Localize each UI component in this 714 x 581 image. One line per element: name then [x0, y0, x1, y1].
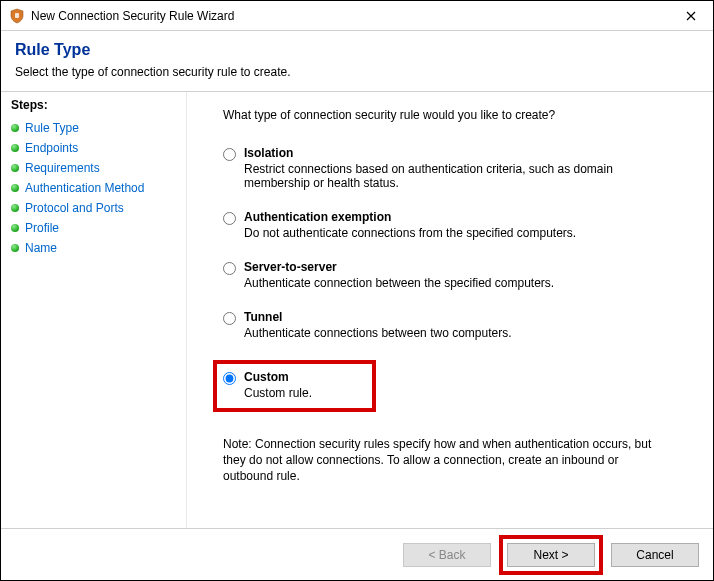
page-title: Rule Type [15, 41, 699, 59]
step-endpoints[interactable]: Endpoints [11, 138, 180, 158]
wizard-window: New Connection Security Rule Wizard Rule… [0, 0, 714, 581]
step-requirements[interactable]: Requirements [11, 158, 180, 178]
option-label: Tunnel [244, 310, 512, 324]
rule-type-options: Isolation Restrict connections based on … [223, 146, 689, 412]
step-label: Profile [25, 221, 59, 235]
page-subtitle: Select the type of connection security r… [15, 65, 699, 79]
step-bullet-icon [11, 244, 19, 252]
option-label: Isolation [244, 146, 664, 160]
option-custom[interactable]: Custom Custom rule. [223, 370, 312, 400]
window-title: New Connection Security Rule Wizard [31, 9, 668, 23]
wizard-footer: < Back Next > Cancel [1, 528, 713, 580]
option-label: Authentication exemption [244, 210, 576, 224]
step-label: Name [25, 241, 57, 255]
option-desc: Do not authenticate connections from the… [244, 226, 576, 240]
close-button[interactable] [668, 1, 713, 30]
svg-rect-0 [15, 13, 19, 18]
step-bullet-icon [11, 204, 19, 212]
option-desc: Authenticate connections between two com… [244, 326, 512, 340]
radio-custom[interactable] [223, 372, 236, 385]
step-label: Authentication Method [25, 181, 144, 195]
step-label: Requirements [25, 161, 100, 175]
radio-server-to-server[interactable] [223, 262, 236, 275]
option-label: Server-to-server [244, 260, 554, 274]
step-bullet-icon [11, 144, 19, 152]
option-label: Custom [244, 370, 312, 384]
option-desc: Custom rule. [244, 386, 312, 400]
step-rule-type[interactable]: Rule Type [11, 118, 180, 138]
step-bullet-icon [11, 184, 19, 192]
radio-auth-exemption[interactable] [223, 212, 236, 225]
option-desc: Restrict connections based on authentica… [244, 162, 664, 190]
option-tunnel[interactable]: Tunnel Authenticate connections between … [223, 310, 689, 340]
prompt-text: What type of connection security rule wo… [223, 108, 689, 122]
titlebar: New Connection Security Rule Wizard [1, 1, 713, 31]
step-label: Endpoints [25, 141, 78, 155]
app-icon [9, 8, 25, 24]
step-label: Protocol and Ports [25, 201, 124, 215]
step-profile[interactable]: Profile [11, 218, 180, 238]
highlight-custom: Custom Custom rule. [213, 360, 376, 412]
steps-sidebar: Steps: Rule Type Endpoints Requirements … [1, 92, 187, 528]
main-panel: What type of connection security rule wo… [187, 92, 713, 528]
back-button[interactable]: < Back [403, 543, 491, 567]
cancel-button[interactable]: Cancel [611, 543, 699, 567]
radio-tunnel[interactable] [223, 312, 236, 325]
option-isolation[interactable]: Isolation Restrict connections based on … [223, 146, 689, 190]
wizard-header: Rule Type Select the type of connection … [1, 31, 713, 87]
step-label: Rule Type [25, 121, 79, 135]
step-bullet-icon [11, 124, 19, 132]
radio-isolation[interactable] [223, 148, 236, 161]
highlight-next: Next > [499, 535, 603, 575]
step-name[interactable]: Name [11, 238, 180, 258]
note-text: Note: Connection security rules specify … [223, 436, 663, 485]
option-server-to-server[interactable]: Server-to-server Authenticate connection… [223, 260, 689, 290]
step-protocol-ports[interactable]: Protocol and Ports [11, 198, 180, 218]
steps-label: Steps: [11, 98, 180, 112]
wizard-body: Steps: Rule Type Endpoints Requirements … [1, 92, 713, 528]
step-auth-method[interactable]: Authentication Method [11, 178, 180, 198]
next-button[interactable]: Next > [507, 543, 595, 567]
step-bullet-icon [11, 164, 19, 172]
option-auth-exemption[interactable]: Authentication exemption Do not authenti… [223, 210, 689, 240]
option-desc: Authenticate connection between the spec… [244, 276, 554, 290]
step-bullet-icon [11, 224, 19, 232]
